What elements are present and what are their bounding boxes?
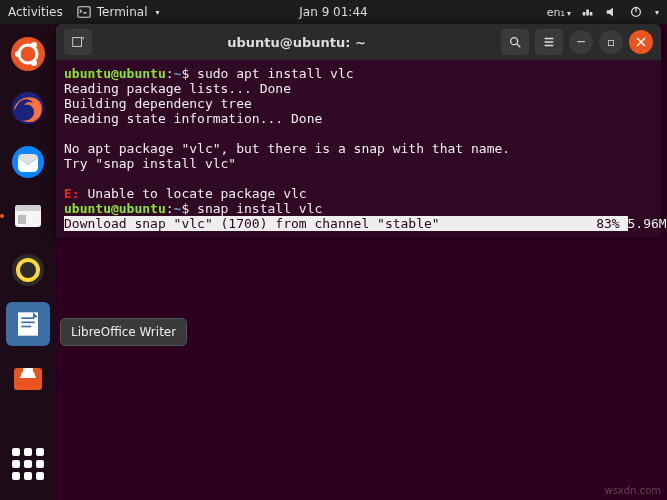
- volume-icon[interactable]: [605, 5, 619, 19]
- topbar-app-name: Terminal: [97, 5, 148, 19]
- hamburger-menu-button[interactable]: [535, 29, 563, 55]
- maximize-button[interactable]: ▫: [599, 30, 623, 54]
- system-menu-chevron-icon[interactable]: ▾: [655, 8, 659, 17]
- progress-inverted: Download snap "vlc" (1700) from channel …: [64, 216, 628, 231]
- snap-progress-line: Download snap "vlc" (1700) from channel …: [64, 216, 653, 231]
- svg-rect-2: [635, 7, 636, 12]
- command-2: snap install vlc: [197, 201, 322, 216]
- svg-rect-11: [15, 205, 41, 211]
- svg-rect-22: [73, 38, 82, 47]
- dock-ubuntu-software[interactable]: [6, 356, 50, 400]
- dock-ubuntu-logo[interactable]: [6, 32, 50, 76]
- dock-show-applications[interactable]: [6, 442, 50, 486]
- window-title: ubuntu@ubuntu: ~: [98, 35, 495, 50]
- svg-rect-17: [21, 317, 34, 319]
- network-icon[interactable]: [581, 5, 595, 19]
- new-tab-button[interactable]: [64, 29, 92, 55]
- search-button[interactable]: [501, 29, 529, 55]
- terminal-body[interactable]: ubuntu@ubuntu:~$ sudo apt install vlc Re…: [56, 60, 661, 237]
- power-icon[interactable]: [629, 5, 643, 19]
- svg-rect-21: [23, 368, 33, 373]
- activities-button[interactable]: Activities: [8, 5, 63, 19]
- dock-files[interactable]: [6, 194, 50, 238]
- progress-stats: 5.96MB/s 8.74s: [628, 216, 667, 231]
- svg-point-6: [31, 42, 37, 48]
- prompt-user: ubuntu@ubuntu: [64, 66, 166, 81]
- dock-libreoffice-writer[interactable]: [6, 302, 50, 346]
- svg-rect-18: [21, 322, 34, 324]
- svg-rect-19: [21, 326, 31, 328]
- svg-rect-0: [78, 7, 90, 18]
- svg-point-5: [15, 51, 21, 57]
- output-line: No apt package "vlc", but there is a sna…: [64, 141, 510, 156]
- chevron-down-icon: ▾: [155, 8, 159, 17]
- prompt-user: ubuntu@ubuntu: [64, 201, 166, 216]
- watermark: wsxdn.com: [604, 485, 661, 496]
- dock: [0, 24, 56, 500]
- error-prefix: E:: [64, 186, 80, 201]
- output-line: Reading state information... Done: [64, 111, 322, 126]
- dock-rhythmbox[interactable]: [6, 248, 50, 292]
- error-message: Unable to locate package vlc: [80, 186, 307, 201]
- close-button[interactable]: [629, 30, 653, 54]
- gnome-topbar: Activities Terminal ▾ Jan 9 01:44 en₁▾ ▾: [0, 0, 667, 24]
- dock-tooltip: LibreOffice Writer: [60, 318, 187, 346]
- svg-rect-12: [18, 215, 26, 224]
- topbar-clock[interactable]: Jan 9 01:44: [299, 5, 367, 19]
- output-line: Building dependency tree: [64, 96, 252, 111]
- output-line: Try "snap install vlc": [64, 156, 236, 171]
- svg-point-23: [511, 38, 518, 45]
- minimize-button[interactable]: ─: [569, 30, 593, 54]
- topbar-app-menu[interactable]: Terminal ▾: [77, 5, 160, 19]
- output-line: Reading package lists... Done: [64, 81, 291, 96]
- svg-point-15: [25, 267, 31, 273]
- svg-point-7: [31, 60, 37, 66]
- terminal-window: ubuntu@ubuntu: ~ ─ ▫ ubuntu@ubuntu:~$ su…: [56, 24, 661, 237]
- dock-thunderbird[interactable]: [6, 140, 50, 184]
- input-source-indicator[interactable]: en₁▾: [547, 6, 571, 19]
- dock-firefox[interactable]: [6, 86, 50, 130]
- titlebar: ubuntu@ubuntu: ~ ─ ▫: [56, 24, 661, 60]
- command-1: sudo apt install vlc: [197, 66, 354, 81]
- terminal-icon: [77, 5, 91, 19]
